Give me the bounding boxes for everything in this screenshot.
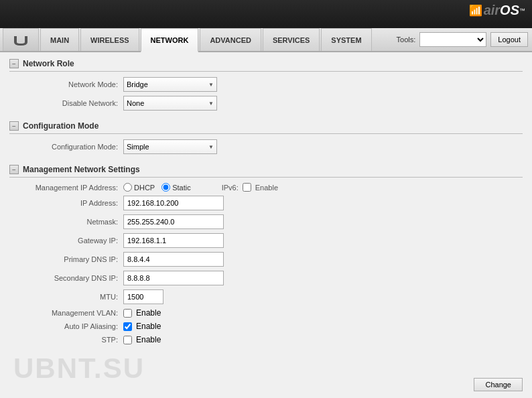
main-content: UBNT.SU − Network Role Network Mode: Bri…	[0, 52, 532, 398]
ipv6-enable-label: Enable	[255, 184, 278, 192]
stp-checkbox[interactable]	[123, 336, 132, 344]
network-mode-control: Bridge Router	[123, 77, 217, 92]
ip-address-control: 192.168.10.200	[123, 196, 224, 210]
mgmt-vlan-checkbox[interactable]	[123, 309, 132, 318]
dhcp-label: DHCP	[134, 184, 155, 192]
static-radio[interactable]	[161, 183, 170, 192]
config-mode-control: Simple Advanced	[123, 139, 217, 154]
stp-row: STP: Enable	[9, 335, 523, 344]
gateway-ip-input[interactable]: 192.168.1.1	[123, 233, 224, 248]
disable-network-select-wrapper: None LAN WAN	[123, 96, 217, 111]
section-network-role: − Network Role Network Mode: Bridge Rout…	[9, 59, 523, 111]
logo: 📶 airOS™	[469, 3, 525, 18]
tools-select[interactable]	[419, 32, 486, 47]
ipv6-label: IPv6:	[222, 184, 239, 192]
section-network-role-title: Network Role	[23, 59, 74, 68]
section-network-role-header: − Network Role	[9, 59, 523, 72]
logo-trademark: ™	[519, 7, 525, 14]
nav-tab-main[interactable]: MAIN	[40, 28, 79, 51]
mgmt-ip-radio-group: DHCP Static IPv6: Enable	[123, 183, 278, 192]
section-configuration-mode: − Configuration Mode Configuration Mode:…	[9, 121, 523, 154]
netmask-row: Netmask: 255.255.240.0	[9, 214, 523, 229]
mgmt-ip-label: Management IP Address:	[9, 184, 123, 192]
secondary-dns-input[interactable]: 8.8.8.8	[123, 271, 224, 285]
ipv6-enable-checkbox[interactable]	[243, 183, 251, 192]
network-mode-label: Network Mode:	[9, 80, 123, 88]
auto-ip-aliasing-label: Auto IP Aliasing:	[9, 322, 123, 330]
nav-tab-logo[interactable]	[3, 28, 39, 51]
primary-dns-control: 8.8.4.4	[123, 252, 224, 267]
mgmt-ip-row: Management IP Address: DHCP Static IPv6:	[9, 183, 523, 192]
mtu-control: 1500	[123, 289, 163, 304]
mgmt-vlan-row: Management VLAN: Enable	[9, 308, 523, 318]
config-mode-label: Configuration Mode:	[9, 143, 123, 151]
mgmt-vlan-control: Enable	[123, 308, 161, 318]
secondary-dns-label: Secondary DNS IP:	[9, 274, 123, 282]
logo-os: OS	[500, 3, 519, 18]
section-config-mode-header: − Configuration Mode	[9, 121, 523, 134]
netmask-control: 255.255.240.0	[123, 214, 224, 229]
nav-tab-wireless[interactable]: WIRELESS	[80, 28, 139, 51]
change-button[interactable]: Change	[474, 378, 523, 391]
primary-dns-label: Primary DNS IP:	[9, 255, 123, 263]
auto-ip-aliasing-enable-label: Enable	[136, 322, 161, 331]
dhcp-radio[interactable]	[123, 183, 132, 192]
ubnt-logo-icon	[11, 34, 30, 47]
ip-address-row: IP Address: 192.168.10.200	[9, 196, 523, 210]
section-network-role-toggle[interactable]: −	[9, 59, 19, 68]
nav-tab-system[interactable]: SYSTEM	[321, 28, 371, 51]
watermark: UBNT.SU	[13, 352, 145, 385]
auto-ip-aliasing-checkbox[interactable]	[123, 322, 132, 331]
navbar: MAIN WIRELESS NETWORK ADVANCED SERVICES …	[0, 28, 532, 52]
nav-tab-advanced[interactable]: ADVANCED	[200, 28, 261, 51]
stp-enable-label: Enable	[136, 335, 161, 344]
static-radio-label[interactable]: Static	[161, 183, 191, 192]
primary-dns-row: Primary DNS IP: 8.8.4.4	[9, 252, 523, 267]
config-mode-select[interactable]: Simple Advanced	[123, 139, 217, 154]
network-mode-row: Network Mode: Bridge Router	[9, 77, 523, 92]
logo-air: air	[484, 3, 500, 18]
mgmt-vlan-enable-label: Enable	[136, 308, 161, 318]
secondary-dns-control: 8.8.8.8	[123, 271, 224, 285]
ip-address-label: IP Address:	[9, 199, 123, 207]
nav-tab-network[interactable]: NETWORK	[141, 28, 199, 52]
config-mode-row: Configuration Mode: Simple Advanced	[9, 139, 523, 154]
wifi-icon: 📶	[469, 4, 482, 17]
nav-tab-services[interactable]: SERVICES	[263, 28, 320, 51]
ip-address-input[interactable]: 192.168.10.200	[123, 196, 224, 210]
disable-network-row: Disable Network: None LAN WAN	[9, 96, 523, 111]
nav-tools: Tools: Logout	[397, 28, 532, 51]
mtu-label: MTU:	[9, 293, 123, 301]
disable-network-label: Disable Network:	[9, 99, 123, 107]
ipv6-section: IPv6: Enable	[222, 183, 278, 192]
config-mode-select-wrapper: Simple Advanced	[123, 139, 217, 154]
section-config-mode-toggle[interactable]: −	[9, 121, 19, 131]
tools-label: Tools:	[397, 36, 416, 44]
stp-label: STP:	[9, 336, 123, 344]
network-mode-select-wrapper: Bridge Router	[123, 77, 217, 92]
section-mgmt-title: Management Network Settings	[23, 165, 140, 174]
network-mode-select[interactable]: Bridge Router	[123, 77, 217, 92]
dhcp-radio-label[interactable]: DHCP	[123, 183, 155, 192]
auto-ip-aliasing-row: Auto IP Aliasing: Enable	[9, 322, 523, 331]
disable-network-select[interactable]: None LAN WAN	[123, 96, 217, 111]
mtu-input[interactable]: 1500	[123, 289, 163, 304]
header: 📶 airOS™	[0, 0, 532, 28]
gateway-ip-row: Gateway IP: 192.168.1.1	[9, 233, 523, 248]
static-label: Static	[172, 184, 191, 192]
mgmt-vlan-label: Management VLAN:	[9, 309, 123, 317]
secondary-dns-row: Secondary DNS IP: 8.8.8.8	[9, 271, 523, 285]
logout-button[interactable]: Logout	[490, 32, 528, 47]
section-mgmt-toggle[interactable]: −	[9, 165, 19, 174]
gateway-ip-label: Gateway IP:	[9, 237, 123, 245]
section-config-mode-title: Configuration Mode	[23, 121, 98, 131]
ip-mode-radio-group: DHCP Static	[123, 183, 191, 192]
primary-dns-input[interactable]: 8.8.4.4	[123, 252, 224, 267]
disable-network-control: None LAN WAN	[123, 96, 217, 111]
section-management-network: − Management Network Settings Management…	[9, 165, 523, 344]
gateway-ip-control: 192.168.1.1	[123, 233, 224, 248]
netmask-label: Netmask:	[9, 218, 123, 226]
auto-ip-aliasing-control: Enable	[123, 322, 161, 331]
section-mgmt-header: − Management Network Settings	[9, 165, 523, 178]
netmask-input[interactable]: 255.255.240.0	[123, 214, 224, 229]
